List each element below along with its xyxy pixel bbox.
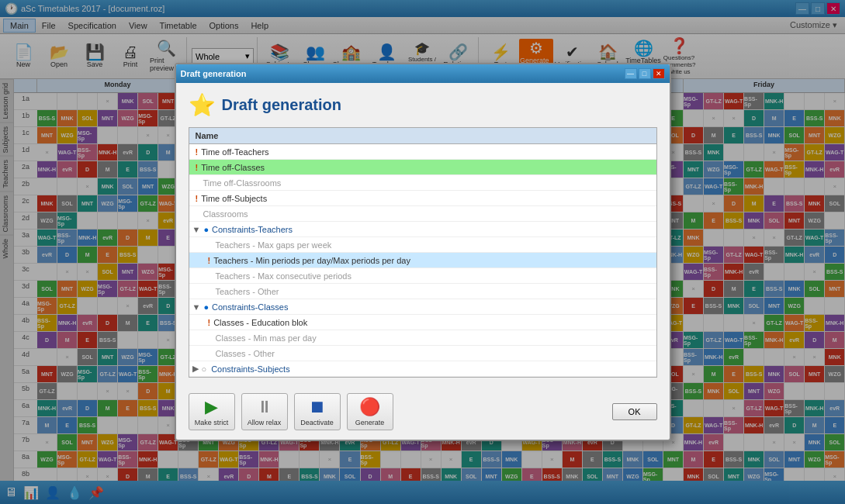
list-item-teachers-other[interactable]: Teachers - Other bbox=[189, 284, 656, 299]
collapse-icon-subjects: ▶ bbox=[192, 364, 199, 374]
list-item-constraints-subjects[interactable]: ▶ ○ Constraints-Subjects bbox=[189, 361, 656, 377]
ok-button[interactable]: OK bbox=[612, 403, 657, 420]
list-item-constraints-teachers[interactable]: ▼ ● Constraints-Teachers bbox=[189, 222, 656, 237]
modal-maximize-button[interactable]: □ bbox=[639, 68, 651, 79]
deactivate-button[interactable]: ⏹ Deactivate bbox=[294, 393, 341, 430]
modal-content: ⭐ Draft generation Name ! Time off-Teach… bbox=[176, 83, 670, 440]
list-item-classes-other[interactable]: Classes - Other bbox=[189, 346, 656, 361]
modal-minimize-button[interactable]: — bbox=[625, 68, 637, 79]
modal-header: ⭐ Draft generation bbox=[189, 92, 657, 118]
collapse-icon-teachers: ▼ bbox=[192, 225, 201, 234]
allow-relax-button[interactable]: ⏸ Allow relax bbox=[241, 393, 288, 430]
list-item-teachers-min-periods[interactable]: ! Teachers - Min periods per day/Max per… bbox=[189, 253, 656, 268]
partial-icon-subjects: ○ bbox=[202, 364, 207, 374]
draft-icon: ⭐ bbox=[189, 92, 216, 118]
modal-titlebar: Draft generation — □ ✕ bbox=[176, 64, 670, 83]
list-item-classes-min-max[interactable]: Classes - Min mas per day bbox=[189, 330, 656, 346]
list-header: Name bbox=[189, 128, 656, 144]
draft-generation-modal: Draft generation — □ ✕ ⭐ Draft generatio… bbox=[175, 63, 671, 441]
make-strict-button[interactable]: ▶ Make strict bbox=[189, 393, 235, 430]
modal-controls: — □ ✕ bbox=[625, 68, 665, 79]
warn-icon-subjects: ! bbox=[196, 194, 199, 203]
modal-title: Draft generation bbox=[181, 69, 247, 78]
list-item-teachers-max-gaps[interactable]: Teachers - Max gaps per week bbox=[189, 237, 656, 253]
list-item-constraints-classes[interactable]: ▼ ● Constraints-Classes bbox=[189, 299, 656, 315]
generate-action-icon: 🔴 bbox=[359, 397, 380, 417]
warn-icon-min-periods: ! bbox=[208, 256, 211, 265]
list-item-classes-education[interactable]: ! Classes - Education blok bbox=[189, 315, 656, 330]
list-item-time-off-classrooms[interactable]: Time off-Classrooms bbox=[189, 175, 656, 191]
list-item-classrooms[interactable]: Classrooms bbox=[189, 206, 656, 222]
generate-action-button[interactable]: 🔴 Generate bbox=[347, 393, 393, 430]
allow-relax-icon: ⏸ bbox=[256, 397, 273, 417]
constraints-list[interactable]: Name ! Time off-Teachers ! Time off-Clas… bbox=[189, 127, 657, 378]
list-item-time-off-teachers[interactable]: ! Time off-Teachers bbox=[189, 144, 656, 160]
list-item-time-off-subjects[interactable]: ! Time off-Subjects bbox=[189, 191, 656, 206]
deactivate-icon: ⏹ bbox=[309, 397, 326, 417]
warn-icon-teachers: ! bbox=[196, 147, 199, 157]
modal-close-button[interactable]: ✕ bbox=[653, 68, 665, 79]
modal-footer: ▶ Make strict ⏸ Allow relax ⏹ Deactivate… bbox=[189, 387, 657, 430]
check-icon-teachers: ● bbox=[203, 225, 209, 234]
list-item-teachers-max-consecutive[interactable]: Teachers - Max consecutive periods bbox=[189, 268, 656, 284]
check-icon-classes: ● bbox=[203, 302, 209, 312]
collapse-icon-classes: ▼ bbox=[192, 302, 201, 312]
modal-header-title: Draft generation bbox=[222, 96, 341, 114]
warn-icon-education: ! bbox=[208, 318, 211, 327]
modal-overlay: Draft generation — □ ✕ ⭐ Draft generatio… bbox=[0, 0, 845, 504]
list-item-time-off-classes[interactable]: ! Time off-Classes bbox=[189, 160, 656, 175]
make-strict-icon: ▶ bbox=[205, 397, 218, 417]
warn-icon-classes: ! bbox=[196, 163, 199, 172]
